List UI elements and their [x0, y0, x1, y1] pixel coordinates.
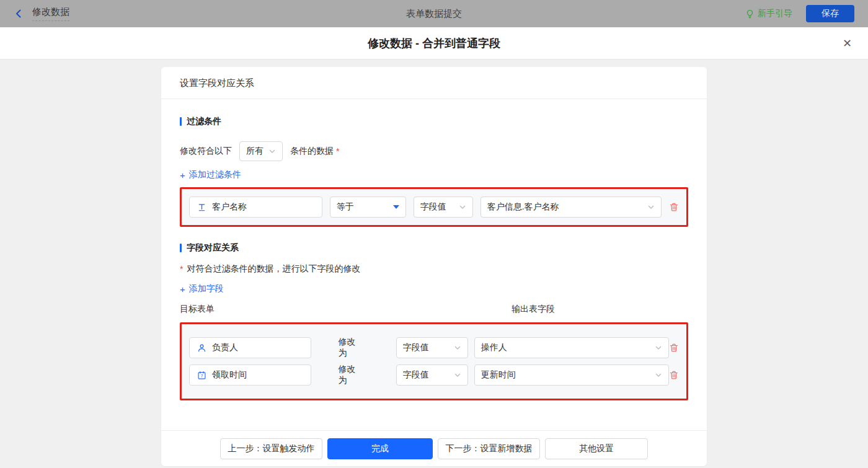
match-condition-row: 修改符合以下 所有 条件的数据 *: [180, 141, 688, 161]
mapping-rows: 负责人 修改为 字段值 操作人: [182, 324, 686, 399]
svg-text:7: 7: [201, 373, 203, 377]
mapping-note: * 对符合过滤条件的数据，进行以下字段的修改: [180, 263, 688, 275]
beginner-guide-link[interactable]: 新手引导: [745, 8, 792, 19]
card-title: 设置字段对应关系: [161, 67, 707, 99]
add-filter-label: 添加过滤条件: [189, 169, 241, 180]
done-button[interactable]: 完成: [327, 438, 433, 459]
section-accent-bar: [180, 244, 182, 252]
prev-step-button[interactable]: 上一步：设置触发动作: [220, 438, 322, 459]
modal-title: 修改数据 - 合并到普通字段: [368, 36, 500, 51]
mapping-section-title: 字段对应关系: [180, 242, 688, 254]
lightbulb-icon: [745, 9, 755, 19]
mapping-row: 7 领取时间 修改为 字段值 更新时间: [189, 364, 679, 386]
trash-icon: [669, 370, 679, 380]
filter-value-select[interactable]: 客户信息.客户名称: [480, 196, 662, 218]
chevron-down-icon: [647, 203, 655, 211]
target-field-input[interactable]: 7 领取时间: [189, 364, 311, 386]
target-field-value: 领取时间: [212, 369, 247, 381]
target-field-input[interactable]: 负责人: [189, 337, 311, 358]
output-field-column-header: 输出表字段: [512, 304, 555, 315]
value-type-value: 字段值: [403, 369, 429, 381]
page-title: 表单数据提交: [0, 8, 868, 20]
trash-icon: [669, 343, 679, 353]
required-mark: *: [180, 264, 183, 274]
plus-icon: +: [180, 284, 185, 294]
modal-body: 设置字段对应关系 过滤条件 修改符合以下 所有 条件的数据 * + 添加过滤条件: [0, 60, 868, 468]
save-button[interactable]: 保存: [806, 5, 854, 22]
filter-field-input[interactable]: 客户名称: [189, 196, 322, 218]
chevron-down-icon: [459, 203, 466, 211]
highlight-box-mapping: 负责人 修改为 字段值 操作人: [180, 322, 688, 400]
filter-section-title: 过滤条件: [180, 115, 688, 128]
value-type-value: 字段值: [420, 201, 446, 213]
chevron-down-icon: [268, 148, 276, 155]
filter-field-value: 客户名称: [212, 201, 247, 213]
target-field-value: 负责人: [212, 342, 238, 353]
flow-name-editable[interactable]: 修改数据: [32, 6, 69, 21]
modify-to-label: 修改为: [339, 337, 364, 359]
chevron-down-icon: [454, 344, 461, 351]
text-field-icon: [197, 203, 206, 212]
output-field-select[interactable]: 操作人: [474, 337, 669, 358]
output-field-select[interactable]: 更新时间: [474, 364, 669, 386]
value-type-select[interactable]: 字段值: [414, 196, 473, 218]
mapping-note-text: 对符合过滤条件的数据，进行以下字段的修改: [187, 263, 360, 275]
add-filter-condition-link[interactable]: + 添加过滤条件: [180, 169, 241, 181]
value-type-select[interactable]: 字段值: [396, 337, 468, 358]
mapping-section-label: 字段对应关系: [187, 242, 239, 254]
filter-section-label: 过滤条件: [187, 116, 221, 127]
other-settings-button[interactable]: 其他设置: [545, 438, 648, 459]
user-icon: [197, 343, 206, 353]
chevron-down-icon: [454, 371, 461, 379]
match-type-value: 所有: [246, 146, 264, 157]
highlight-box-filter: 客户名称 等于 字段值 客户信息.客户名称: [180, 187, 688, 227]
output-field-value: 操作人: [481, 342, 507, 353]
back-button[interactable]: [14, 9, 24, 19]
operator-value: 等于: [337, 201, 354, 213]
add-field-link[interactable]: + 添加字段: [180, 283, 224, 295]
operator-select[interactable]: 等于: [330, 196, 406, 218]
app-topbar: 修改数据 表单数据提交 新手引导 保存: [0, 0, 868, 27]
next-step-button[interactable]: 下一步：设置新增数据: [438, 438, 540, 459]
match-type-select[interactable]: 所有: [239, 141, 283, 161]
match-suffix-label: 条件的数据: [290, 146, 334, 157]
modal-header: 修改数据 - 合并到普通字段 ✕: [0, 27, 868, 60]
back-chevron-icon: [14, 9, 24, 19]
close-icon[interactable]: ✕: [843, 38, 852, 49]
output-field-value: 更新时间: [481, 369, 516, 381]
calendar-icon: 7: [197, 371, 206, 380]
filter-condition-row: 客户名称 等于 字段值 客户信息.客户名称: [182, 189, 686, 225]
delete-condition-button[interactable]: [669, 202, 679, 212]
value-type-select[interactable]: 字段值: [396, 364, 468, 386]
card-footer: 上一步：设置触发动作 完成 下一步：设置新增数据 其他设置: [161, 430, 707, 466]
caret-down-icon: [393, 205, 399, 209]
section-accent-bar: [180, 117, 182, 126]
modify-to-label: 修改为: [339, 364, 364, 386]
chevron-down-icon: [655, 371, 662, 379]
guide-label: 新手引导: [758, 8, 792, 19]
trash-icon: [669, 202, 679, 212]
required-mark: *: [336, 146, 339, 156]
plus-icon: +: [180, 170, 185, 180]
target-form-column-header: 目标表单: [180, 304, 215, 314]
value-type-value: 字段值: [403, 342, 429, 353]
mapping-column-headers: 目标表单 输出表字段: [180, 304, 688, 316]
match-prefix-label: 修改符合以下: [180, 146, 232, 157]
delete-row-button[interactable]: [669, 343, 679, 353]
add-field-label: 添加字段: [189, 283, 224, 294]
mapping-row: 负责人 修改为 字段值 操作人: [189, 337, 679, 359]
settings-card: 设置字段对应关系 过滤条件 修改符合以下 所有 条件的数据 * + 添加过滤条件: [161, 67, 707, 466]
chevron-down-icon: [655, 344, 662, 351]
filter-value: 客户信息.客户名称: [487, 201, 559, 213]
delete-row-button[interactable]: [669, 370, 679, 380]
